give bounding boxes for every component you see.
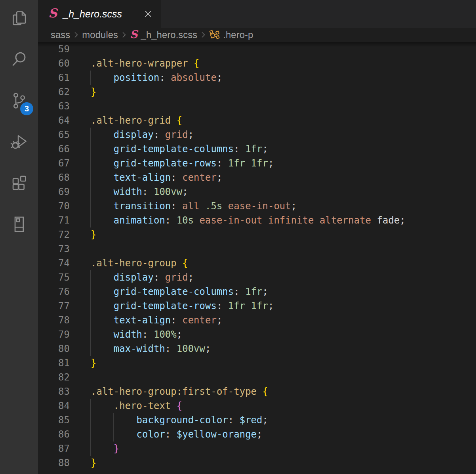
line-number[interactable]: 76 bbox=[38, 285, 70, 299]
code-line[interactable]: 62} bbox=[38, 85, 476, 99]
code-text[interactable]: background-color: $red; bbox=[91, 413, 268, 427]
line-number[interactable]: 68 bbox=[38, 170, 70, 185]
code-text[interactable]: display: grid; bbox=[91, 128, 194, 142]
editor[interactable]: 5960.alt-hero-wrapper {61 position: abso… bbox=[38, 42, 476, 474]
line-number[interactable]: 78 bbox=[38, 313, 70, 327]
code-line[interactable]: 72} bbox=[38, 227, 476, 242]
sidebar-item-source-control[interactable]: 3 bbox=[0, 82, 38, 119]
code-line[interactable]: 69 width: 100vw; bbox=[38, 185, 476, 199]
line-number[interactable]: 69 bbox=[38, 185, 70, 199]
code-line[interactable]: 73 bbox=[38, 242, 476, 256]
code-line[interactable]: 71 animation: 10s ease-in-out infinite a… bbox=[38, 213, 476, 227]
code-text[interactable]: grid-template-rows: 1fr 1fr; bbox=[91, 156, 274, 170]
line-number[interactable]: 75 bbox=[38, 270, 70, 285]
line-number[interactable]: 59 bbox=[38, 42, 70, 56]
line-number[interactable]: 80 bbox=[38, 342, 70, 356]
line-number[interactable]: 66 bbox=[38, 142, 70, 156]
code-line[interactable]: 83.alt-hero-group:first-of-type { bbox=[38, 384, 476, 399]
code-line[interactable]: 59 bbox=[38, 42, 476, 56]
code-line[interactable]: 67 grid-template-rows: 1fr 1fr; bbox=[38, 156, 476, 170]
code-text[interactable]: } bbox=[91, 356, 96, 370]
code-line[interactable]: 66 grid-template-columns: 1fr; bbox=[38, 142, 476, 156]
breadcrumb-item-file[interactable]: S _h_hero.scss bbox=[130, 29, 197, 40]
code-line[interactable]: 78 text-align: center; bbox=[38, 313, 476, 327]
code-text[interactable]: .hero-text { bbox=[91, 399, 182, 413]
code-text[interactable]: display: grid; bbox=[91, 270, 194, 285]
code-text[interactable]: color: $yellow-orange; bbox=[91, 427, 263, 442]
line-number[interactable]: 79 bbox=[38, 327, 70, 342]
code-line[interactable]: 81} bbox=[38, 356, 476, 370]
code-line[interactable]: 80 max-width: 100vw; bbox=[38, 342, 476, 356]
line-number[interactable]: 83 bbox=[38, 384, 70, 399]
sidebar-item-search[interactable] bbox=[0, 41, 38, 78]
line-number[interactable]: 72 bbox=[38, 227, 70, 242]
code-text[interactable]: transition: all .5s ease-in-out; bbox=[91, 199, 297, 213]
code-text[interactable]: } bbox=[91, 442, 119, 456]
code-text[interactable]: text-align: center; bbox=[91, 170, 222, 185]
code-text[interactable]: grid-template-columns: 1fr; bbox=[91, 142, 268, 156]
line-number[interactable]: 62 bbox=[38, 85, 70, 99]
line-number[interactable]: 70 bbox=[38, 199, 70, 213]
line-number[interactable]: 71 bbox=[38, 213, 70, 227]
breadcrumb-item-modules[interactable]: modules bbox=[82, 29, 118, 40]
code-text[interactable]: position: absolute; bbox=[91, 71, 222, 85]
code-text[interactable]: } bbox=[91, 227, 96, 242]
code-line[interactable]: 65 display: grid; bbox=[38, 128, 476, 142]
code-line[interactable]: 63 bbox=[38, 99, 476, 113]
breadcrumb-item-symbol[interactable]: .hero-p bbox=[209, 29, 253, 40]
code-text[interactable]: } bbox=[91, 85, 96, 99]
code-text[interactable]: width: 100%; bbox=[91, 327, 182, 342]
code-line[interactable]: 79 width: 100%; bbox=[38, 327, 476, 342]
line-number[interactable]: 61 bbox=[38, 71, 70, 85]
tab-h-hero-scss[interactable]: S _h_hero.scss bbox=[38, 0, 161, 28]
code-line[interactable]: 70 transition: all .5s ease-in-out; bbox=[38, 199, 476, 213]
code-text[interactable]: .alt-hero-group { bbox=[91, 256, 188, 270]
code-text[interactable]: grid-template-rows: 1fr 1fr; bbox=[91, 299, 274, 313]
line-number[interactable]: 85 bbox=[38, 413, 70, 427]
sidebar-item-extensions[interactable] bbox=[0, 165, 38, 201]
line-number[interactable]: 65 bbox=[38, 128, 70, 142]
code-line[interactable]: 82 bbox=[38, 370, 476, 384]
line-number[interactable]: 84 bbox=[38, 399, 70, 413]
line-number[interactable]: 60 bbox=[38, 56, 70, 71]
line-number[interactable]: 64 bbox=[38, 113, 70, 128]
code-text[interactable]: grid-template-columns: 1fr; bbox=[91, 285, 268, 299]
line-number[interactable]: 73 bbox=[38, 242, 70, 256]
code-line[interactable]: 60.alt-hero-wrapper { bbox=[38, 56, 476, 71]
code-text[interactable]: animation: 10s ease-in-out infinite alte… bbox=[91, 213, 406, 227]
code-line[interactable]: 74.alt-hero-group { bbox=[38, 256, 476, 270]
line-number[interactable]: 87 bbox=[38, 442, 70, 456]
sidebar-item-explorer[interactable] bbox=[0, 0, 38, 36]
code-line[interactable]: 84 .hero-text { bbox=[38, 399, 476, 413]
code-line[interactable]: 75 display: grid; bbox=[38, 270, 476, 285]
code-line[interactable]: 87 } bbox=[38, 442, 476, 456]
code-text[interactable]: .alt-hero-group:first-of-type { bbox=[91, 384, 268, 399]
code-line[interactable]: 85 background-color: $red; bbox=[38, 413, 476, 427]
code-text[interactable]: text-align: center; bbox=[91, 313, 222, 327]
code-line[interactable]: 61 position: absolute; bbox=[38, 71, 476, 85]
code-text[interactable]: width: 100vw; bbox=[91, 185, 188, 199]
code-line[interactable]: 76 grid-template-columns: 1fr; bbox=[38, 285, 476, 299]
code-text[interactable]: max-width: 100vw; bbox=[91, 342, 211, 356]
line-number[interactable]: 74 bbox=[38, 256, 70, 270]
line-number[interactable]: 82 bbox=[38, 370, 70, 384]
code-text[interactable]: .alt-hero-wrapper { bbox=[91, 56, 200, 71]
sidebar-item-run-debug[interactable] bbox=[0, 124, 38, 160]
close-tab-button[interactable] bbox=[142, 8, 154, 20]
line-number[interactable]: 86 bbox=[38, 427, 70, 442]
sidebar-item-notebook[interactable] bbox=[0, 206, 38, 243]
line-number[interactable]: 88 bbox=[38, 456, 70, 470]
code-line[interactable]: 88} bbox=[38, 456, 476, 470]
code-text[interactable]: } bbox=[91, 456, 96, 470]
code-line[interactable]: 64.alt-hero-grid { bbox=[38, 113, 476, 128]
breadcrumb-item-sass[interactable]: sass bbox=[51, 29, 70, 40]
line-number[interactable]: 81 bbox=[38, 356, 70, 370]
line-number[interactable]: 67 bbox=[38, 156, 70, 170]
line-number[interactable]: 77 bbox=[38, 299, 70, 313]
line-number[interactable]: 63 bbox=[38, 99, 70, 113]
explorer-icon bbox=[10, 9, 28, 27]
code-line[interactable]: 86 color: $yellow-orange; bbox=[38, 427, 476, 442]
code-line[interactable]: 68 text-align: center; bbox=[38, 170, 476, 185]
code-line[interactable]: 77 grid-template-rows: 1fr 1fr; bbox=[38, 299, 476, 313]
code-text[interactable]: .alt-hero-grid { bbox=[91, 113, 182, 128]
